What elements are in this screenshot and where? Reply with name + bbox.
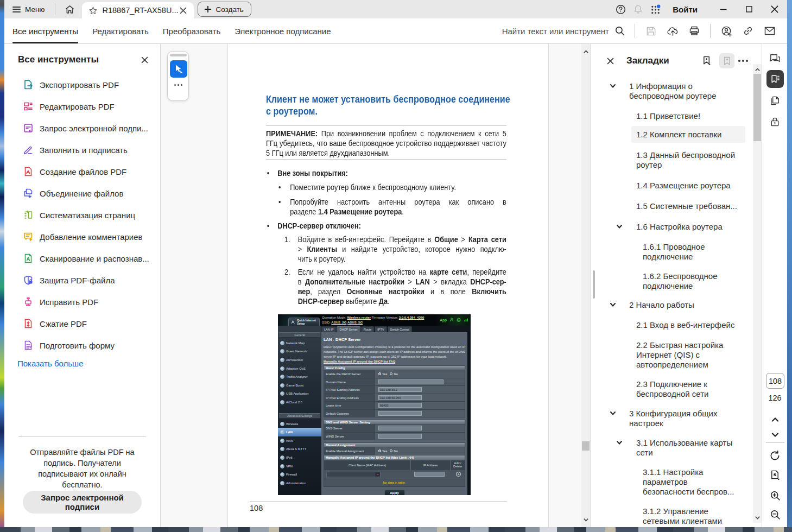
add-user-button[interactable] (715, 20, 737, 42)
router-radio-yes[interactable]: Yes (378, 449, 387, 453)
document-scrollbar[interactable] (581, 44, 590, 527)
menu-button[interactable]: Меню (4, 0, 50, 18)
tool-item-2[interactable]: Редактировать PDF (4, 96, 160, 117)
pages-tool-button[interactable] (762, 96, 788, 106)
request-esign-button[interactable]: Запрос электроннойподписи (23, 491, 142, 514)
router-sidebar-general-item-4[interactable]: Adaptive QoS (278, 364, 321, 373)
drag-handle[interactable] (170, 54, 187, 56)
signin-button[interactable]: Войти (673, 5, 698, 14)
bookmark-item-1.5[interactable]: 1.5 Системные требован... (591, 201, 737, 211)
window-close-button[interactable] (762, 0, 787, 18)
bookmark-item-1.1[interactable]: 1.1 Приветствие! (591, 111, 700, 121)
bookmarks-tool-button[interactable] (766, 70, 784, 88)
router-radio-no[interactable]: No (390, 449, 397, 453)
bookmark-item-3.1[interactable]: 3.1 Использование картысети (591, 438, 732, 458)
router-sidebar-advanced-item-3[interactable]: WAN (278, 436, 321, 445)
rotate-page-button[interactable] (762, 450, 788, 461)
help-button[interactable] (612, 4, 629, 15)
router-sidebar-general-item-8[interactable]: AiCloud 2.0 (278, 398, 321, 407)
apps-button[interactable] (647, 4, 664, 15)
router-faq-link[interactable]: Manually Assigned IP around the DHCP lis… (324, 360, 465, 363)
router-tab-3[interactable]: Route (361, 326, 375, 332)
tool-item-4[interactable]: Заполнить и подписать (4, 139, 160, 161)
chevron-down-icon[interactable] (616, 439, 623, 448)
share-upload-button[interactable] (662, 20, 683, 42)
router-sidebar-general-item-1[interactable]: Network Map (278, 339, 321, 347)
show-more-link[interactable]: Показать больше (17, 359, 83, 368)
bookmark-item-1.6.2[interactable]: 1.6.2 Беспроводноеподключение (591, 271, 718, 291)
toolbar-tab-3[interactable]: Преобразовать (163, 18, 220, 43)
bookmark-item-3.1.1[interactable]: 3.1.1 Настройкапараметровбезопасности бе… (591, 467, 734, 497)
next-page-button[interactable] (762, 430, 788, 439)
all-tools-close-button[interactable] (141, 56, 148, 64)
bookmark-item-2[interactable]: 2 Начало работы (591, 300, 694, 310)
bookmark-item-1.6[interactable]: 1.6 Настройка роутера (591, 222, 723, 232)
tab-close-button[interactable] (179, 5, 188, 15)
search-box[interactable]: Найти текст или инструмент (502, 26, 625, 36)
tool-item-9[interactable]: Сканирование и распознав... (4, 248, 160, 269)
scrollbar-thumb[interactable] (753, 74, 761, 141)
tool-item-7[interactable]: Систематизация страниц (4, 204, 160, 226)
router-sidebar-general-item-7[interactable]: USB Application (278, 390, 321, 398)
router-input[interactable] (378, 379, 443, 384)
router-ip-input[interactable] (414, 472, 445, 477)
router-ssid-2g-link[interactable]: ASUS_2G (331, 321, 346, 324)
select-tool-button[interactable] (170, 60, 187, 78)
more-tools-button[interactable] (168, 84, 188, 86)
toolbar-tab-4[interactable]: Электронное подписание (235, 18, 331, 43)
router-ssid-5g-link[interactable]: ASUS_5G (347, 321, 363, 324)
router-app-label[interactable]: App (440, 318, 447, 322)
router-mode-link[interactable]: Wireless router (347, 316, 371, 319)
router-tab-5[interactable]: Switch Control (388, 326, 412, 332)
save-button[interactable] (640, 20, 662, 42)
router-sidebar-advanced-item-4[interactable]: Alexa & IFTTT (278, 445, 321, 454)
bookmark-item-2.2[interactable]: 2.2 Быстрая настройкаИнтернет (QIS) савт… (591, 340, 723, 370)
tool-item-13[interactable]: Подготовить форму (4, 334, 160, 356)
router-sidebar-advanced-item-2[interactable]: LAN (278, 428, 321, 436)
router-sidebar-advanced-item-8[interactable]: Administration (278, 479, 321, 487)
router-sidebar-general-item-3[interactable]: AiProtection (278, 356, 321, 364)
router-add-button[interactable]: + (456, 472, 461, 477)
scroll-down-arrow[interactable] (581, 515, 590, 524)
router-input[interactable] (378, 434, 422, 439)
bookmark-item-1.4[interactable]: 1.4 Размещение роутера (591, 181, 731, 191)
router-input[interactable] (378, 426, 422, 430)
bookmark-item-2.3[interactable]: 2.3 Подключение кбеспроводной сети (591, 379, 708, 399)
router-sidebar-advanced-item-1[interactable]: Wireless (278, 420, 321, 428)
window-minimize-button[interactable] (711, 0, 736, 18)
page-view-options-button[interactable] (762, 470, 788, 480)
router-radio-no[interactable]: No (390, 372, 397, 376)
router-client-select[interactable] (326, 472, 381, 477)
router-tab-4[interactable]: IPTV (375, 326, 387, 332)
tool-item-10[interactable]: Защита PDF-файла (4, 269, 160, 291)
tool-item-11[interactable]: Исправить PDF (4, 291, 160, 313)
router-sidebar-general-item-6[interactable]: Game Boost (278, 381, 321, 390)
document-tab[interactable]: R18867_RT-AX58U... (82, 2, 194, 18)
router-sidebar-advanced-item-7[interactable]: Firewall (278, 470, 321, 479)
notifications-button[interactable] (629, 4, 647, 15)
tool-item-8[interactable]: Добавление комментариев (4, 226, 160, 248)
router-tab-2[interactable]: DHCP Server (337, 326, 360, 332)
router-radio-yes[interactable]: Yes (378, 372, 387, 376)
scroll-up-arrow[interactable] (581, 47, 590, 56)
router-sidebar-advanced-item-6[interactable]: VPN (278, 462, 321, 471)
router-input[interactable]: 192.168.50.254 (378, 395, 422, 400)
bookmark-item-3[interactable]: 3 Конфигурация общихнастроек (591, 409, 718, 428)
chevron-down-icon[interactable] (609, 301, 617, 311)
zoom-in-button[interactable] (762, 490, 788, 501)
email-button[interactable] (759, 20, 781, 42)
router-firmware-link[interactable]: 3.0.0.4.384_4360 (399, 316, 424, 319)
tool-item-12[interactable]: Сжатие PDF (4, 313, 160, 334)
router-input[interactable]: 86400 (378, 403, 422, 408)
router-sidebar-general-item-2[interactable]: Guest Network (278, 347, 321, 356)
chevron-down-icon[interactable] (609, 82, 617, 92)
bookmark-item-2.1[interactable]: 2.1 Вход в веб-интерфейс (591, 320, 734, 330)
router-input[interactable]: 192.168.50.2 (378, 387, 422, 392)
page-number-input[interactable]: 108 (766, 373, 784, 389)
scroll-down-arrow[interactable] (753, 513, 762, 522)
tool-item-3[interactable]: Запрос электронной подпи... (4, 117, 160, 139)
previous-page-button[interactable] (762, 415, 788, 424)
router-input[interactable] (378, 411, 422, 416)
router-sidebar-advanced-item-5[interactable]: IPv6 (278, 453, 321, 462)
window-maximize-button[interactable] (736, 0, 762, 18)
